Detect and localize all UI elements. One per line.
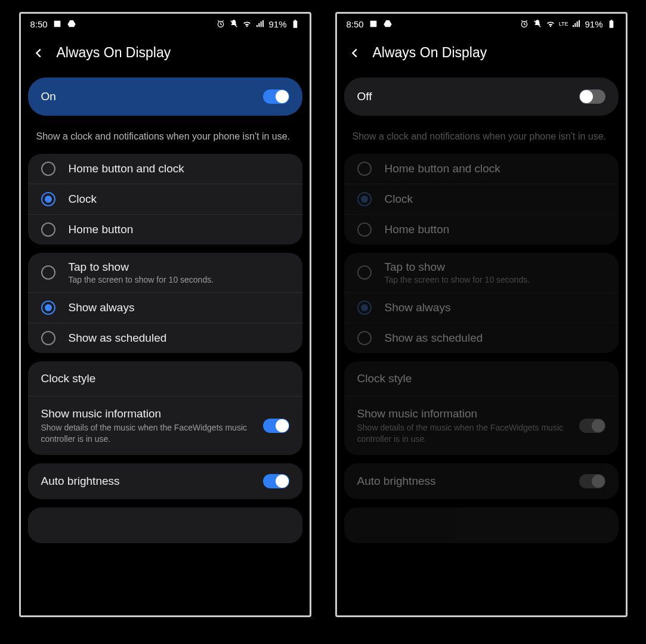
partial-card xyxy=(344,507,619,543)
partial-row[interactable] xyxy=(28,507,302,542)
brightness-toggle-switch xyxy=(579,474,605,488)
phone-screen-on: 8:50 91% Always On Display On Show a clo… xyxy=(19,12,311,617)
mute-icon xyxy=(533,19,542,29)
radio-label: Home button xyxy=(385,223,450,236)
show-music-row[interactable]: Show music information Show details of t… xyxy=(28,396,302,454)
radio-label: Clock xyxy=(385,193,413,206)
brightness-group: Auto brightness xyxy=(28,463,302,499)
drive-icon xyxy=(383,19,392,29)
alarm-icon xyxy=(216,19,225,29)
list-label: Show music information xyxy=(357,407,572,420)
music-toggle-switch[interactable] xyxy=(263,419,289,433)
status-time: 8:50 xyxy=(347,19,364,29)
partial-card xyxy=(28,507,302,543)
feature-description: Show a clock and notifications when your… xyxy=(344,124,619,154)
radio-show-as-scheduled: Show as scheduled xyxy=(344,323,619,353)
radio-clock: Clock xyxy=(344,184,619,214)
feature-description: Show a clock and notifications when your… xyxy=(28,124,302,154)
status-bar: 8:50 91% xyxy=(21,14,310,34)
lte-label: LTE xyxy=(559,21,568,27)
back-button[interactable] xyxy=(348,46,362,60)
phone-screen-off: 8:50 LTE 91% Always On Display Off Show … xyxy=(335,12,628,617)
list-label: Clock style xyxy=(41,372,282,385)
brightness-toggle-switch[interactable] xyxy=(263,474,289,488)
display-content-group: Home button and clock Clock Home button xyxy=(344,154,619,244)
list-label: Auto brightness xyxy=(357,475,572,488)
display-content-group: Home button and clock Clock Home button xyxy=(28,154,302,244)
radio-home-button: Home button xyxy=(344,214,619,244)
back-button[interactable] xyxy=(32,46,46,60)
page-title: Always On Display xyxy=(57,45,171,61)
radio-label: Show always xyxy=(69,301,135,314)
auto-brightness-row: Auto brightness xyxy=(344,463,619,499)
radio-icon xyxy=(41,301,55,315)
radio-tap-to-show: Tap to show Tap the screen to show for 1… xyxy=(344,253,619,292)
radio-label: Tap to show xyxy=(385,261,530,274)
radio-label: Tap to show xyxy=(69,261,214,274)
radio-home-button-and-clock[interactable]: Home button and clock xyxy=(28,154,302,184)
radio-clock[interactable]: Clock xyxy=(28,184,302,214)
settings-group: Clock style Show music information Show … xyxy=(344,361,619,454)
radio-label: Show as scheduled xyxy=(385,332,483,345)
auto-brightness-row[interactable]: Auto brightness xyxy=(28,463,302,499)
clock-style-row[interactable]: Clock style xyxy=(28,361,302,396)
partial-row xyxy=(344,507,619,542)
radio-show-always[interactable]: Show always xyxy=(28,292,302,323)
master-toggle-switch[interactable] xyxy=(263,89,289,104)
master-toggle-label: Off xyxy=(357,90,372,103)
page-header: Always On Display xyxy=(21,34,310,78)
radio-sublabel: Tap the screen to show for 10 seconds. xyxy=(69,275,214,284)
mute-icon xyxy=(229,19,239,29)
brightness-group: Auto brightness xyxy=(344,463,619,499)
radio-icon xyxy=(357,331,372,345)
drive-icon xyxy=(67,19,76,29)
status-bar: 8:50 LTE 91% xyxy=(337,14,626,34)
battery-percent: 91% xyxy=(585,19,602,29)
list-label: Clock style xyxy=(357,372,598,385)
wifi-icon xyxy=(546,19,555,29)
master-toggle-row[interactable]: Off xyxy=(344,78,619,116)
wifi-icon xyxy=(242,19,252,29)
display-mode-group: Tap to show Tap the screen to show for 1… xyxy=(28,253,302,353)
radio-icon xyxy=(41,331,55,345)
page-title: Always On Display xyxy=(373,45,487,61)
radio-label: Home button and clock xyxy=(69,162,184,175)
master-toggle-switch[interactable] xyxy=(579,89,605,104)
list-label: Auto brightness xyxy=(41,475,256,488)
radio-icon xyxy=(41,222,55,237)
page-header: Always On Display xyxy=(337,34,626,78)
status-time: 8:50 xyxy=(30,19,48,29)
battery-percent: 91% xyxy=(268,19,286,29)
radio-label: Home button xyxy=(69,223,134,236)
radio-label: Show always xyxy=(385,301,451,314)
radio-icon xyxy=(357,162,372,176)
picture-icon xyxy=(52,19,62,29)
list-sublabel: Show details of the music when the FaceW… xyxy=(357,422,572,444)
radio-icon xyxy=(357,222,372,237)
master-toggle-row[interactable]: On xyxy=(28,78,302,116)
battery-icon xyxy=(290,19,300,29)
list-label: Show music information xyxy=(41,407,256,420)
radio-label: Home button and clock xyxy=(385,162,500,175)
clock-style-row: Clock style xyxy=(344,361,619,396)
radio-home-button-and-clock: Home button and clock xyxy=(344,154,619,184)
music-toggle-switch xyxy=(579,419,605,433)
radio-home-button[interactable]: Home button xyxy=(28,214,302,244)
radio-icon xyxy=(357,301,372,315)
settings-group: Clock style Show music information Show … xyxy=(28,361,302,454)
radio-label: Clock xyxy=(69,193,97,206)
radio-icon xyxy=(41,265,55,280)
radio-sublabel: Tap the screen to show for 10 seconds. xyxy=(385,275,530,284)
alarm-icon xyxy=(520,19,529,29)
radio-show-always: Show always xyxy=(344,292,619,323)
signal-icon xyxy=(255,19,265,29)
radio-icon xyxy=(357,265,372,280)
radio-show-as-scheduled[interactable]: Show as scheduled xyxy=(28,323,302,353)
list-sublabel: Show details of the music when the FaceW… xyxy=(41,422,256,444)
signal-icon xyxy=(571,19,581,29)
display-mode-group: Tap to show Tap the screen to show for 1… xyxy=(344,253,619,353)
radio-icon xyxy=(41,162,55,176)
radio-tap-to-show[interactable]: Tap to show Tap the screen to show for 1… xyxy=(28,253,302,292)
radio-label: Show as scheduled xyxy=(69,332,167,345)
battery-icon xyxy=(607,19,616,29)
